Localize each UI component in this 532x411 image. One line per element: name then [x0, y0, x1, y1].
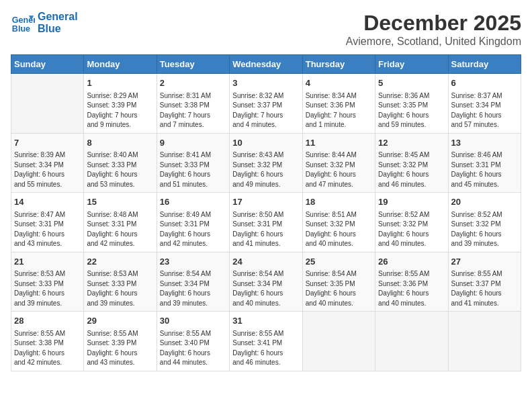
day-number: 10 [232, 136, 299, 150]
day-info: Sunrise: 8:44 AMSunset: 3:32 PMDaylight:… [306, 150, 372, 189]
calendar-cell: 13Sunrise: 8:46 AMSunset: 3:31 PMDayligh… [448, 133, 521, 193]
month-title: December 2025 [346, 11, 521, 36]
day-info: Sunrise: 8:46 AMSunset: 3:31 PMDaylight:… [451, 150, 518, 189]
day-info: Sunrise: 8:39 AMSunset: 3:34 PMDaylight:… [14, 150, 81, 189]
title-section: December 2025 Aviemore, Scotland, United… [346, 11, 521, 48]
day-number: 12 [378, 136, 445, 150]
calendar-cell: 2Sunrise: 8:31 AMSunset: 3:38 PMDaylight… [157, 74, 229, 134]
day-number: 16 [160, 195, 226, 209]
day-info: Sunrise: 8:55 AMSunset: 3:37 PMDaylight:… [451, 269, 518, 308]
calendar-cell: 24Sunrise: 8:54 AMSunset: 3:34 PMDayligh… [230, 252, 302, 312]
day-number: 25 [306, 255, 372, 269]
day-info: Sunrise: 8:53 AMSunset: 3:33 PMDaylight:… [87, 269, 153, 308]
calendar-cell: 1Sunrise: 8:29 AMSunset: 3:39 PMDaylight… [84, 74, 157, 134]
calendar-cell: 19Sunrise: 8:52 AMSunset: 3:32 PMDayligh… [375, 193, 448, 253]
calendar-cell: 11Sunrise: 8:44 AMSunset: 3:32 PMDayligh… [302, 133, 375, 193]
column-header-thursday: Thursday [302, 55, 375, 74]
day-number: 29 [87, 314, 153, 328]
calendar-cell: 7Sunrise: 8:39 AMSunset: 3:34 PMDaylight… [11, 133, 84, 193]
day-number: 6 [451, 77, 518, 90]
column-header-tuesday: Tuesday [157, 55, 229, 74]
day-info: Sunrise: 8:53 AMSunset: 3:33 PMDaylight:… [14, 269, 81, 308]
day-info: Sunrise: 8:49 AMSunset: 3:31 PMDaylight:… [160, 210, 226, 249]
calendar-cell: 30Sunrise: 8:55 AMSunset: 3:40 PMDayligh… [157, 312, 229, 371]
calendar-cell: 26Sunrise: 8:55 AMSunset: 3:36 PMDayligh… [375, 252, 448, 312]
logo-general: General [38, 11, 78, 22]
logo-blue: Blue [38, 23, 78, 35]
day-info: Sunrise: 8:32 AMSunset: 3:37 PMDaylight:… [232, 91, 299, 130]
day-info: Sunrise: 8:37 AMSunset: 3:34 PMDaylight:… [451, 91, 518, 130]
column-header-saturday: Saturday [448, 55, 521, 74]
week-row-3: 14Sunrise: 8:47 AMSunset: 3:31 PMDayligh… [11, 193, 521, 253]
day-number: 30 [160, 314, 226, 328]
day-number: 22 [87, 255, 153, 269]
day-info: Sunrise: 8:40 AMSunset: 3:33 PMDaylight:… [87, 150, 153, 189]
column-header-monday: Monday [84, 55, 157, 74]
calendar-cell [448, 312, 521, 371]
day-number: 5 [378, 77, 445, 90]
day-number: 1 [87, 77, 153, 90]
page-header: General Blue General Blue December 2025 … [11, 11, 521, 48]
week-row-2: 7Sunrise: 8:39 AMSunset: 3:34 PMDaylight… [11, 133, 521, 193]
day-number: 26 [378, 255, 445, 269]
calendar-cell [11, 74, 84, 134]
week-row-1: 1Sunrise: 8:29 AMSunset: 3:39 PMDaylight… [11, 74, 521, 134]
calendar-cell: 4Sunrise: 8:34 AMSunset: 3:36 PMDaylight… [302, 74, 375, 134]
calendar-cell: 20Sunrise: 8:52 AMSunset: 3:32 PMDayligh… [448, 193, 521, 253]
day-info: Sunrise: 8:34 AMSunset: 3:36 PMDaylight:… [306, 91, 372, 130]
day-info: Sunrise: 8:55 AMSunset: 3:39 PMDaylight:… [87, 329, 153, 368]
day-number: 20 [451, 195, 518, 209]
day-number: 3 [232, 77, 299, 90]
day-number: 21 [14, 255, 81, 269]
location-subtitle: Aviemore, Scotland, United Kingdom [346, 36, 521, 48]
day-info: Sunrise: 8:50 AMSunset: 3:31 PMDaylight:… [232, 210, 299, 249]
day-info: Sunrise: 8:52 AMSunset: 3:32 PMDaylight:… [378, 210, 445, 249]
day-number: 23 [160, 255, 226, 269]
day-number: 24 [232, 255, 299, 269]
day-number: 19 [378, 195, 445, 209]
calendar-cell: 25Sunrise: 8:54 AMSunset: 3:35 PMDayligh… [302, 252, 375, 312]
calendar-cell: 6Sunrise: 8:37 AMSunset: 3:34 PMDaylight… [448, 74, 521, 134]
day-info: Sunrise: 8:36 AMSunset: 3:35 PMDaylight:… [378, 91, 445, 130]
calendar-cell: 17Sunrise: 8:50 AMSunset: 3:31 PMDayligh… [230, 193, 302, 253]
day-info: Sunrise: 8:41 AMSunset: 3:33 PMDaylight:… [160, 150, 226, 189]
header-row: SundayMondayTuesdayWednesdayThursdayFrid… [11, 55, 521, 74]
calendar-cell: 27Sunrise: 8:55 AMSunset: 3:37 PMDayligh… [448, 252, 521, 312]
column-header-sunday: Sunday [11, 55, 84, 74]
calendar-cell: 8Sunrise: 8:40 AMSunset: 3:33 PMDaylight… [84, 133, 157, 193]
day-number: 27 [451, 255, 518, 269]
calendar-cell: 31Sunrise: 8:55 AMSunset: 3:41 PMDayligh… [230, 312, 302, 371]
calendar-cell: 18Sunrise: 8:51 AMSunset: 3:32 PMDayligh… [302, 193, 375, 253]
day-info: Sunrise: 8:31 AMSunset: 3:38 PMDaylight:… [160, 91, 226, 130]
calendar-cell: 5Sunrise: 8:36 AMSunset: 3:35 PMDaylight… [375, 74, 448, 134]
calendar-cell: 15Sunrise: 8:48 AMSunset: 3:31 PMDayligh… [84, 193, 157, 253]
calendar-cell: 3Sunrise: 8:32 AMSunset: 3:37 PMDaylight… [230, 74, 302, 134]
calendar-cell: 9Sunrise: 8:41 AMSunset: 3:33 PMDaylight… [157, 133, 229, 193]
day-info: Sunrise: 8:55 AMSunset: 3:36 PMDaylight:… [378, 269, 445, 308]
day-number: 4 [306, 77, 372, 90]
calendar-cell: 22Sunrise: 8:53 AMSunset: 3:33 PMDayligh… [84, 252, 157, 312]
calendar-cell [375, 312, 448, 371]
day-info: Sunrise: 8:54 AMSunset: 3:34 PMDaylight:… [232, 269, 299, 308]
day-number: 2 [160, 77, 226, 90]
calendar-cell: 12Sunrise: 8:45 AMSunset: 3:32 PMDayligh… [375, 133, 448, 193]
day-info: Sunrise: 8:52 AMSunset: 3:32 PMDaylight:… [451, 210, 518, 249]
day-info: Sunrise: 8:47 AMSunset: 3:31 PMDaylight:… [14, 210, 81, 249]
day-info: Sunrise: 8:29 AMSunset: 3:39 PMDaylight:… [87, 91, 153, 130]
calendar-table: SundayMondayTuesdayWednesdayThursdayFrid… [11, 54, 521, 371]
day-info: Sunrise: 8:54 AMSunset: 3:34 PMDaylight:… [160, 269, 226, 308]
week-row-4: 21Sunrise: 8:53 AMSunset: 3:33 PMDayligh… [11, 252, 521, 312]
day-number: 9 [160, 136, 226, 150]
day-number: 17 [232, 195, 299, 209]
day-number: 8 [87, 136, 153, 150]
day-number: 28 [14, 314, 81, 328]
day-info: Sunrise: 8:45 AMSunset: 3:32 PMDaylight:… [378, 150, 445, 189]
day-info: Sunrise: 8:55 AMSunset: 3:41 PMDaylight:… [232, 329, 299, 368]
day-info: Sunrise: 8:51 AMSunset: 3:32 PMDaylight:… [306, 210, 372, 249]
day-number: 7 [14, 136, 81, 150]
day-info: Sunrise: 8:54 AMSunset: 3:35 PMDaylight:… [306, 269, 372, 308]
calendar-cell: 14Sunrise: 8:47 AMSunset: 3:31 PMDayligh… [11, 193, 84, 253]
column-header-friday: Friday [375, 55, 448, 74]
day-number: 14 [14, 195, 81, 209]
day-info: Sunrise: 8:55 AMSunset: 3:38 PMDaylight:… [14, 329, 81, 368]
